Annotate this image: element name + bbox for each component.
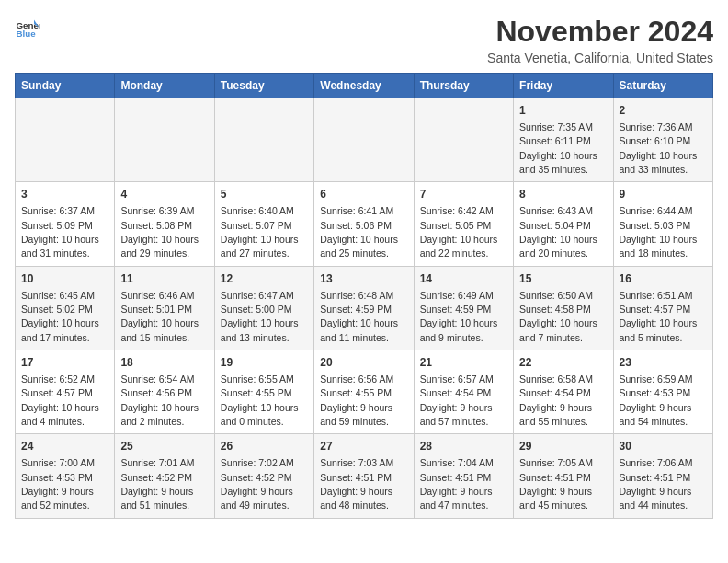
day-info: Sunrise: 6:44 AM Sunset: 5:03 PM Dayligh… <box>620 205 698 259</box>
day-info: Sunrise: 6:41 AM Sunset: 5:06 PM Dayligh… <box>320 205 398 259</box>
week-row-4: 17Sunrise: 6:52 AM Sunset: 4:57 PM Dayli… <box>16 350 713 434</box>
calendar-cell: 17Sunrise: 6:52 AM Sunset: 4:57 PM Dayli… <box>16 350 115 434</box>
day-number: 10 <box>21 271 108 287</box>
calendar-cell: 5Sunrise: 6:40 AM Sunset: 5:07 PM Daylig… <box>214 182 313 266</box>
col-header-monday: Monday <box>115 74 214 98</box>
day-number: 30 <box>620 439 707 454</box>
day-info: Sunrise: 6:40 AM Sunset: 5:07 PM Dayligh… <box>221 205 299 259</box>
calendar-cell: 3Sunrise: 6:37 AM Sunset: 5:09 PM Daylig… <box>16 182 115 266</box>
day-number: 3 <box>21 187 108 202</box>
day-number: 11 <box>120 271 208 287</box>
day-number: 17 <box>21 355 108 371</box>
day-number: 29 <box>519 439 607 454</box>
day-info: Sunrise: 7:01 AM Sunset: 4:52 PM Dayligh… <box>120 457 194 511</box>
logo: General Blue <box>15 15 40 40</box>
day-info: Sunrise: 6:46 AM Sunset: 5:01 PM Dayligh… <box>120 290 199 343</box>
calendar-cell: 4Sunrise: 6:39 AM Sunset: 5:08 PM Daylig… <box>115 182 214 266</box>
day-info: Sunrise: 7:02 AM Sunset: 4:52 PM Dayligh… <box>221 457 294 511</box>
calendar-cell: 21Sunrise: 6:57 AM Sunset: 4:54 PM Dayli… <box>414 350 513 434</box>
month-title: November 2024 <box>487 15 713 49</box>
col-header-tuesday: Tuesday <box>214 74 313 98</box>
day-number: 16 <box>620 271 707 287</box>
day-info: Sunrise: 7:35 AM Sunset: 6:11 PM Dayligh… <box>519 121 597 175</box>
day-number: 14 <box>420 271 507 287</box>
calendar-cell: 7Sunrise: 6:42 AM Sunset: 5:05 PM Daylig… <box>414 182 513 266</box>
calendar-cell: 26Sunrise: 7:02 AM Sunset: 4:52 PM Dayli… <box>214 434 313 518</box>
calendar-cell: 23Sunrise: 6:59 AM Sunset: 4:53 PM Dayli… <box>613 350 712 434</box>
day-number: 28 <box>420 439 507 454</box>
calendar-cell: 6Sunrise: 6:41 AM Sunset: 5:06 PM Daylig… <box>314 182 414 266</box>
day-number: 2 <box>620 103 707 119</box>
calendar-cell: 20Sunrise: 6:56 AM Sunset: 4:55 PM Dayli… <box>314 350 414 434</box>
header: General Blue November 2024 Santa Venetia… <box>15 15 713 65</box>
calendar-cell: 10Sunrise: 6:45 AM Sunset: 5:02 PM Dayli… <box>16 266 115 350</box>
day-info: Sunrise: 6:58 AM Sunset: 4:54 PM Dayligh… <box>519 373 593 427</box>
day-info: Sunrise: 6:49 AM Sunset: 4:59 PM Dayligh… <box>420 290 498 343</box>
calendar-cell: 12Sunrise: 6:47 AM Sunset: 5:00 PM Dayli… <box>214 266 313 350</box>
day-info: Sunrise: 7:06 AM Sunset: 4:51 PM Dayligh… <box>620 457 693 511</box>
calendar-cell <box>314 98 414 182</box>
logo-icon: General Blue <box>15 15 40 40</box>
day-info: Sunrise: 6:57 AM Sunset: 4:54 PM Dayligh… <box>420 373 494 427</box>
calendar-cell: 14Sunrise: 6:49 AM Sunset: 4:59 PM Dayli… <box>414 266 513 350</box>
col-header-friday: Friday <box>514 74 613 98</box>
calendar-cell: 30Sunrise: 7:06 AM Sunset: 4:51 PM Dayli… <box>613 434 712 518</box>
calendar-cell: 15Sunrise: 6:50 AM Sunset: 4:58 PM Dayli… <box>514 266 613 350</box>
col-header-saturday: Saturday <box>613 74 712 98</box>
day-number: 7 <box>420 187 507 202</box>
calendar-cell: 28Sunrise: 7:04 AM Sunset: 4:51 PM Dayli… <box>414 434 513 518</box>
calendar-cell: 11Sunrise: 6:46 AM Sunset: 5:01 PM Dayli… <box>115 266 214 350</box>
day-info: Sunrise: 6:43 AM Sunset: 5:04 PM Dayligh… <box>519 205 597 259</box>
day-number: 25 <box>120 439 208 454</box>
calendar-cell: 16Sunrise: 6:51 AM Sunset: 4:57 PM Dayli… <box>613 266 712 350</box>
column-headers: SundayMondayTuesdayWednesdayThursdayFrid… <box>16 74 713 98</box>
calendar-table: SundayMondayTuesdayWednesdayThursdayFrid… <box>15 73 713 519</box>
col-header-sunday: Sunday <box>16 74 115 98</box>
day-number: 15 <box>519 271 607 287</box>
day-info: Sunrise: 6:50 AM Sunset: 4:58 PM Dayligh… <box>519 290 597 343</box>
day-info: Sunrise: 7:00 AM Sunset: 4:53 PM Dayligh… <box>21 457 95 511</box>
calendar-cell <box>214 98 313 182</box>
day-info: Sunrise: 7:04 AM Sunset: 4:51 PM Dayligh… <box>420 457 494 511</box>
week-row-3: 10Sunrise: 6:45 AM Sunset: 5:02 PM Dayli… <box>16 266 713 350</box>
day-info: Sunrise: 6:37 AM Sunset: 5:09 PM Dayligh… <box>21 205 99 259</box>
week-row-2: 3Sunrise: 6:37 AM Sunset: 5:09 PM Daylig… <box>16 182 713 266</box>
day-info: Sunrise: 6:55 AM Sunset: 4:55 PM Dayligh… <box>221 373 299 427</box>
day-number: 6 <box>320 187 407 202</box>
title-area: November 2024 Santa Venetia, California,… <box>487 15 713 65</box>
day-number: 12 <box>221 271 308 287</box>
day-number: 8 <box>519 187 607 202</box>
day-number: 22 <box>519 355 607 371</box>
calendar-cell: 18Sunrise: 6:54 AM Sunset: 4:56 PM Dayli… <box>115 350 214 434</box>
day-number: 13 <box>320 271 407 287</box>
week-row-1: 1Sunrise: 7:35 AM Sunset: 6:11 PM Daylig… <box>16 98 713 182</box>
calendar-cell: 29Sunrise: 7:05 AM Sunset: 4:51 PM Dayli… <box>514 434 613 518</box>
day-number: 23 <box>620 355 707 371</box>
calendar-cell: 25Sunrise: 7:01 AM Sunset: 4:52 PM Dayli… <box>115 434 214 518</box>
calendar-cell: 27Sunrise: 7:03 AM Sunset: 4:51 PM Dayli… <box>314 434 414 518</box>
calendar-cell <box>115 98 214 182</box>
day-info: Sunrise: 6:48 AM Sunset: 4:59 PM Dayligh… <box>320 290 398 343</box>
calendar-cell: 8Sunrise: 6:43 AM Sunset: 5:04 PM Daylig… <box>514 182 613 266</box>
col-header-thursday: Thursday <box>414 74 513 98</box>
day-info: Sunrise: 7:36 AM Sunset: 6:10 PM Dayligh… <box>620 121 698 175</box>
svg-text:Blue: Blue <box>16 29 36 39</box>
day-info: Sunrise: 6:56 AM Sunset: 4:55 PM Dayligh… <box>320 373 393 427</box>
day-number: 26 <box>221 439 308 454</box>
day-info: Sunrise: 6:52 AM Sunset: 4:57 PM Dayligh… <box>21 373 99 427</box>
calendar-cell: 13Sunrise: 6:48 AM Sunset: 4:59 PM Dayli… <box>314 266 414 350</box>
day-number: 1 <box>519 103 607 119</box>
day-number: 4 <box>120 187 208 202</box>
day-info: Sunrise: 6:42 AM Sunset: 5:05 PM Dayligh… <box>420 205 498 259</box>
day-info: Sunrise: 7:05 AM Sunset: 4:51 PM Dayligh… <box>519 457 593 511</box>
calendar-cell: 9Sunrise: 6:44 AM Sunset: 5:03 PM Daylig… <box>613 182 712 266</box>
calendar-cell <box>16 98 115 182</box>
day-info: Sunrise: 6:51 AM Sunset: 4:57 PM Dayligh… <box>620 290 698 343</box>
calendar-cell: 19Sunrise: 6:55 AM Sunset: 4:55 PM Dayli… <box>214 350 313 434</box>
day-info: Sunrise: 6:47 AM Sunset: 5:00 PM Dayligh… <box>221 290 299 343</box>
day-number: 20 <box>320 355 407 371</box>
day-info: Sunrise: 7:03 AM Sunset: 4:51 PM Dayligh… <box>320 457 393 511</box>
day-number: 19 <box>221 355 308 371</box>
week-row-5: 24Sunrise: 7:00 AM Sunset: 4:53 PM Dayli… <box>16 434 713 518</box>
day-info: Sunrise: 6:54 AM Sunset: 4:56 PM Dayligh… <box>120 373 199 427</box>
